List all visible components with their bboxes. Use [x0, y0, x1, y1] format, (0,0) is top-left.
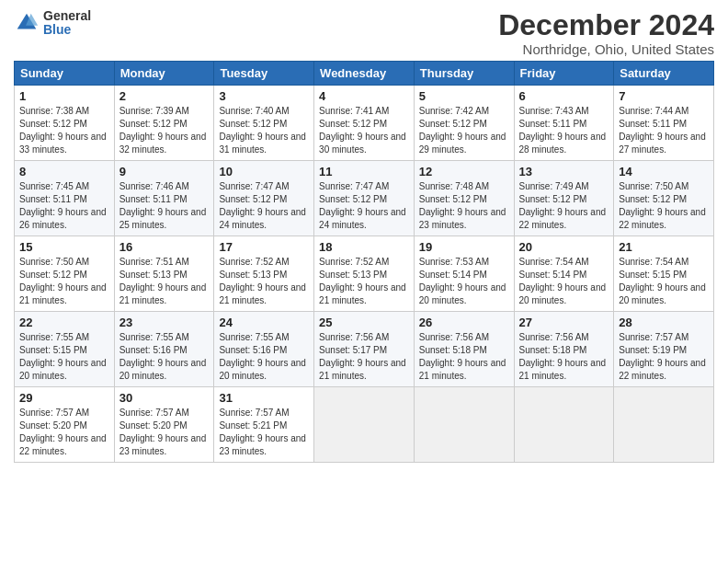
day-info: Sunrise: 7:50 AM Sunset: 5:12 PM Dayligh… [619, 180, 709, 232]
day-info: Sunrise: 7:54 AM Sunset: 5:15 PM Dayligh… [619, 256, 709, 307]
calendar-table: SundayMondayTuesdayWednesdayThursdayFrid… [14, 61, 714, 463]
calendar-cell: 2Sunrise: 7:39 AM Sunset: 5:12 PM Daylig… [114, 86, 214, 161]
col-header-tuesday: Tuesday [214, 62, 314, 86]
calendar-cell: 12Sunrise: 7:48 AM Sunset: 5:12 PM Dayli… [414, 161, 514, 236]
calendar-cell: 5Sunrise: 7:42 AM Sunset: 5:12 PM Daylig… [414, 86, 514, 161]
day-info: Sunrise: 7:38 AM Sunset: 5:12 PM Dayligh… [19, 105, 109, 156]
calendar-cell [414, 387, 514, 463]
calendar-cell [614, 387, 714, 463]
day-number: 26 [419, 316, 509, 329]
day-info: Sunrise: 7:43 AM Sunset: 5:11 PM Dayligh… [519, 105, 609, 156]
day-number: 21 [619, 240, 709, 254]
calendar-header-row: SundayMondayTuesdayWednesdayThursdayFrid… [15, 62, 714, 86]
day-info: Sunrise: 7:57 AM Sunset: 5:21 PM Dayligh… [219, 407, 309, 458]
col-header-wednesday: Wednesday [314, 62, 415, 86]
calendar-week-5: 29Sunrise: 7:57 AM Sunset: 5:20 PM Dayli… [15, 387, 714, 463]
day-info: Sunrise: 7:48 AM Sunset: 5:12 PM Dayligh… [419, 180, 509, 232]
calendar-cell: 24Sunrise: 7:55 AM Sunset: 5:16 PM Dayli… [214, 312, 314, 387]
calendar-week-2: 8Sunrise: 7:45 AM Sunset: 5:11 PM Daylig… [15, 161, 714, 236]
calendar-cell: 19Sunrise: 7:53 AM Sunset: 5:14 PM Dayli… [414, 236, 514, 312]
day-info: Sunrise: 7:47 AM Sunset: 5:12 PM Dayligh… [219, 180, 309, 232]
logo-text: General Blue [43, 9, 91, 38]
logo-icon [14, 10, 40, 36]
day-number: 9 [119, 165, 210, 178]
day-info: Sunrise: 7:40 AM Sunset: 5:12 PM Dayligh… [219, 105, 309, 156]
day-info: Sunrise: 7:52 AM Sunset: 5:13 PM Dayligh… [319, 256, 409, 307]
calendar-week-1: 1Sunrise: 7:38 AM Sunset: 5:12 PM Daylig… [15, 86, 714, 161]
day-number: 20 [519, 240, 609, 254]
header: General Blue December 2024 Northridge, O… [14, 9, 714, 57]
day-number: 18 [319, 240, 409, 254]
day-number: 10 [219, 165, 309, 178]
day-number: 2 [119, 89, 210, 103]
day-number: 15 [19, 240, 109, 254]
subtitle: Northridge, Ohio, United States [498, 41, 714, 57]
day-number: 25 [319, 316, 409, 329]
calendar-cell: 23Sunrise: 7:55 AM Sunset: 5:16 PM Dayli… [114, 312, 214, 387]
calendar-cell: 17Sunrise: 7:52 AM Sunset: 5:13 PM Dayli… [214, 236, 314, 312]
day-number: 27 [519, 316, 609, 329]
day-info: Sunrise: 7:52 AM Sunset: 5:13 PM Dayligh… [219, 256, 309, 307]
day-info: Sunrise: 7:45 AM Sunset: 5:11 PM Dayligh… [19, 180, 109, 232]
calendar-cell: 9Sunrise: 7:46 AM Sunset: 5:11 PM Daylig… [114, 161, 214, 236]
day-number: 28 [619, 316, 709, 329]
day-info: Sunrise: 7:53 AM Sunset: 5:14 PM Dayligh… [419, 256, 509, 307]
col-header-thursday: Thursday [414, 62, 514, 86]
calendar-cell: 1Sunrise: 7:38 AM Sunset: 5:12 PM Daylig… [15, 86, 115, 161]
calendar-cell: 7Sunrise: 7:44 AM Sunset: 5:11 PM Daylig… [614, 86, 714, 161]
logo-blue: Blue [43, 23, 91, 37]
day-number: 22 [19, 316, 109, 329]
day-number: 12 [419, 165, 509, 178]
day-info: Sunrise: 7:56 AM Sunset: 5:18 PM Dayligh… [419, 331, 509, 383]
calendar-cell: 27Sunrise: 7:56 AM Sunset: 5:18 PM Dayli… [514, 312, 614, 387]
day-info: Sunrise: 7:56 AM Sunset: 5:17 PM Dayligh… [319, 331, 409, 383]
day-info: Sunrise: 7:55 AM Sunset: 5:16 PM Dayligh… [219, 331, 309, 383]
day-info: Sunrise: 7:50 AM Sunset: 5:12 PM Dayligh… [19, 256, 109, 307]
day-number: 31 [219, 391, 309, 405]
day-number: 6 [519, 89, 609, 103]
day-info: Sunrise: 7:55 AM Sunset: 5:16 PM Dayligh… [119, 331, 210, 383]
day-number: 1 [19, 89, 109, 103]
calendar-cell: 26Sunrise: 7:56 AM Sunset: 5:18 PM Dayli… [414, 312, 514, 387]
day-number: 13 [519, 165, 609, 178]
calendar-cell: 6Sunrise: 7:43 AM Sunset: 5:11 PM Daylig… [514, 86, 614, 161]
day-number: 8 [19, 165, 109, 178]
calendar-cell: 31Sunrise: 7:57 AM Sunset: 5:21 PM Dayli… [214, 387, 314, 463]
day-info: Sunrise: 7:49 AM Sunset: 5:12 PM Dayligh… [519, 180, 609, 232]
calendar-cell: 10Sunrise: 7:47 AM Sunset: 5:12 PM Dayli… [214, 161, 314, 236]
day-number: 16 [119, 240, 210, 254]
calendar-cell: 13Sunrise: 7:49 AM Sunset: 5:12 PM Dayli… [514, 161, 614, 236]
day-info: Sunrise: 7:39 AM Sunset: 5:12 PM Dayligh… [119, 105, 210, 156]
day-number: 14 [619, 165, 709, 178]
day-info: Sunrise: 7:54 AM Sunset: 5:14 PM Dayligh… [519, 256, 609, 307]
day-info: Sunrise: 7:51 AM Sunset: 5:13 PM Dayligh… [119, 256, 210, 307]
day-info: Sunrise: 7:47 AM Sunset: 5:12 PM Dayligh… [319, 180, 409, 232]
calendar-week-4: 22Sunrise: 7:55 AM Sunset: 5:15 PM Dayli… [15, 312, 714, 387]
calendar-cell: 11Sunrise: 7:47 AM Sunset: 5:12 PM Dayli… [314, 161, 415, 236]
calendar-cell: 28Sunrise: 7:57 AM Sunset: 5:19 PM Dayli… [614, 312, 714, 387]
day-info: Sunrise: 7:41 AM Sunset: 5:12 PM Dayligh… [319, 105, 409, 156]
day-info: Sunrise: 7:42 AM Sunset: 5:12 PM Dayligh… [419, 105, 509, 156]
calendar-cell: 25Sunrise: 7:56 AM Sunset: 5:17 PM Dayli… [314, 312, 415, 387]
logo: General Blue [14, 9, 91, 38]
col-header-friday: Friday [514, 62, 614, 86]
calendar-cell [514, 387, 614, 463]
col-header-sunday: Sunday [15, 62, 115, 86]
main-title: December 2024 [498, 9, 714, 41]
calendar-week-3: 15Sunrise: 7:50 AM Sunset: 5:12 PM Dayli… [15, 236, 714, 312]
day-number: 23 [119, 316, 210, 329]
day-number: 3 [219, 89, 309, 103]
day-info: Sunrise: 7:57 AM Sunset: 5:20 PM Dayligh… [19, 407, 109, 458]
page-container: General Blue December 2024 Northridge, O… [0, 0, 728, 472]
day-number: 19 [419, 240, 509, 254]
calendar-cell: 29Sunrise: 7:57 AM Sunset: 5:20 PM Dayli… [15, 387, 115, 463]
calendar-cell: 14Sunrise: 7:50 AM Sunset: 5:12 PM Dayli… [614, 161, 714, 236]
col-header-monday: Monday [114, 62, 214, 86]
calendar-cell: 22Sunrise: 7:55 AM Sunset: 5:15 PM Dayli… [15, 312, 115, 387]
day-info: Sunrise: 7:57 AM Sunset: 5:20 PM Dayligh… [119, 407, 210, 458]
col-header-saturday: Saturday [614, 62, 714, 86]
day-info: Sunrise: 7:55 AM Sunset: 5:15 PM Dayligh… [19, 331, 109, 383]
calendar-cell: 21Sunrise: 7:54 AM Sunset: 5:15 PM Dayli… [614, 236, 714, 312]
calendar-cell: 20Sunrise: 7:54 AM Sunset: 5:14 PM Dayli… [514, 236, 614, 312]
day-number: 11 [319, 165, 409, 178]
